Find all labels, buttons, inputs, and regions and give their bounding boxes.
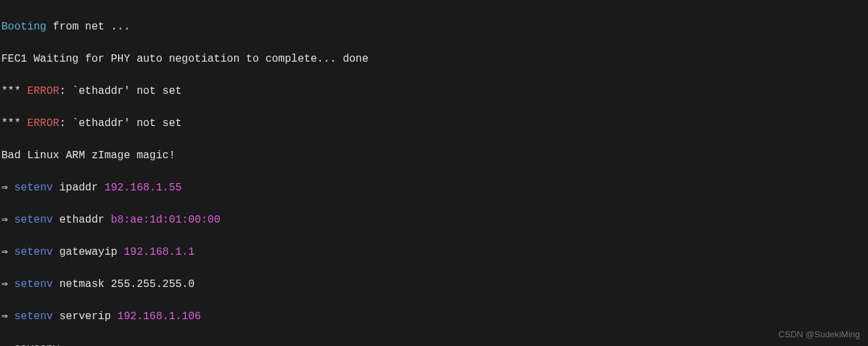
- prompt-arrow: ⇒: [1, 343, 14, 346]
- ip-value: 192.168.1.106: [117, 310, 201, 323]
- terminal-line: ⇒ setenv gatewayip 192.168.1.1: [1, 244, 867, 260]
- terminal-line: *** ERROR: `ethaddr' not set: [1, 83, 867, 99]
- terminal-line: ⇒ setenv ethaddr b8:ae:1d:01:00:00: [1, 212, 867, 228]
- prompt-arrow: ⇒: [1, 182, 14, 194]
- command: setenv: [14, 182, 53, 194]
- terminal-line: *** ERROR: `ethaddr' not set: [1, 115, 867, 131]
- error-keyword: ERROR: [27, 117, 59, 129]
- terminal-line: ⇒ saveenv: [1, 341, 867, 346]
- terminal-line: Booting from net ...: [1, 19, 867, 35]
- boot-keyword: Booting: [1, 21, 46, 33]
- mac-value: b8:ae:1d:01:00:00: [111, 214, 220, 226]
- prompt-arrow: ⇒: [1, 310, 14, 323]
- command: setenv: [14, 246, 53, 258]
- error-keyword: ERROR: [27, 85, 59, 97]
- ip-value: 192.168.1.1: [123, 246, 195, 258]
- terminal-output[interactable]: Booting from net ... FEC1 Waiting for PH…: [1, 3, 867, 346]
- terminal-line: ⇒ setenv netmask 255.255.255.0: [1, 276, 867, 292]
- prompt-arrow: ⇒: [1, 214, 14, 226]
- ip-value: 192.168.1.55: [105, 182, 182, 194]
- watermark: CSDN @SudekiMing: [778, 328, 860, 341]
- terminal-line: Bad Linux ARM zImage magic!: [1, 148, 867, 164]
- prompt-arrow: ⇒: [1, 278, 14, 290]
- prompt-arrow: ⇒: [1, 246, 14, 258]
- command: setenv: [14, 278, 53, 290]
- terminal-line: ⇒ setenv ipaddr 192.168.1.55: [1, 180, 867, 196]
- command: setenv: [14, 310, 53, 323]
- terminal-line: FEC1 Waiting for PHY auto negotiation to…: [1, 51, 867, 67]
- command: setenv: [14, 214, 53, 226]
- terminal-line: ⇒ setenv serverip 192.168.1.106: [1, 308, 867, 325]
